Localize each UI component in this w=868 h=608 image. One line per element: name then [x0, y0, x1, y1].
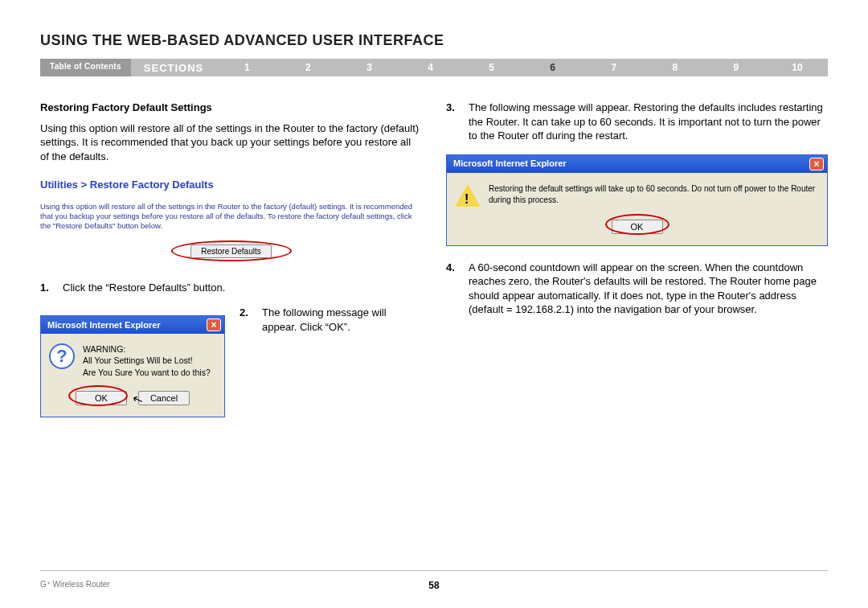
- section-link-4[interactable]: 4: [400, 62, 461, 73]
- section-link-1[interactable]: 1: [216, 62, 277, 73]
- section-link-2[interactable]: 2: [277, 62, 338, 73]
- annotation-ellipse-icon: [68, 385, 128, 406]
- section-link-5[interactable]: 5: [461, 62, 522, 73]
- dialog-message: Restoring the default settings will take…: [489, 183, 817, 205]
- restore-description: Using this option will restore all of th…: [40, 202, 422, 232]
- section-link-10[interactable]: 10: [767, 62, 828, 73]
- sections-label: SECTIONS: [131, 59, 216, 76]
- cancel-button[interactable]: Cancel: [138, 391, 190, 405]
- dialog-titlebar: Microsoft Internet Explorer ×: [41, 316, 224, 334]
- right-column: 3. The following message will appear. Re…: [446, 101, 828, 417]
- step-number: 1.: [40, 281, 63, 295]
- section-link-3[interactable]: 3: [338, 62, 399, 73]
- section-link-6[interactable]: 6: [522, 62, 583, 73]
- footer-divider: [40, 570, 828, 571]
- step-text: The following message will appear. Click…: [262, 306, 422, 334]
- dialog-line: All Your Settings Will be Lost!: [83, 355, 211, 366]
- restore-defaults-panel: Utilities > Restore Factory Defaults Usi…: [40, 178, 422, 258]
- step-text: The following message will appear. Resto…: [469, 101, 828, 143]
- dialog-title: Microsoft Internet Explorer: [453, 158, 567, 170]
- section-link-8[interactable]: 8: [645, 62, 706, 73]
- step-text: A 60-second countdown will appear on the…: [469, 261, 828, 317]
- toc-link[interactable]: Table of Contents: [40, 59, 131, 76]
- question-icon: ?: [49, 343, 75, 369]
- breadcrumb: Utilities > Restore Factory Defaults: [40, 178, 422, 192]
- warning-icon: [455, 184, 481, 207]
- close-icon[interactable]: ×: [809, 158, 824, 170]
- step-2: 2. The following message will appear. Cl…: [240, 306, 422, 334]
- left-column: Restoring Factory Default Settings Using…: [40, 101, 422, 417]
- confirm-dialog: Microsoft Internet Explorer × ? WARNING:…: [40, 315, 225, 417]
- dialog-message: WARNING: All Your Settings Will be Lost!…: [83, 343, 211, 378]
- step-number: 2.: [240, 306, 262, 334]
- step-number: 4.: [446, 261, 469, 317]
- page-title: USING THE WEB-BASED ADVANCED USER INTERF…: [0, 0, 868, 59]
- section-heading: Restoring Factory Default Settings: [40, 101, 422, 115]
- section-link-9[interactable]: 9: [706, 62, 767, 73]
- section-number-list: 1 2 3 4 5 6 7 8 9 10: [216, 59, 828, 76]
- page-footer: G⁺ Wireless Router 58: [40, 580, 828, 589]
- step-3: 3. The following message will appear. Re…: [446, 101, 828, 143]
- dialog-titlebar: Microsoft Internet Explorer ×: [447, 155, 827, 173]
- section-link-7[interactable]: 7: [583, 62, 645, 73]
- step-number: 3.: [446, 101, 469, 143]
- section-nav-bar: Table of Contents SECTIONS 1 2 3 4 5 6 7…: [40, 59, 828, 76]
- info-dialog: Microsoft Internet Explorer × Restoring …: [446, 154, 828, 246]
- intro-paragraph: Using this option will restore all of th…: [40, 121, 422, 164]
- step-4: 4. A 60-second countdown will appear on …: [446, 261, 828, 317]
- close-icon[interactable]: ×: [207, 318, 221, 331]
- footer-product-name: G⁺ Wireless Router: [40, 580, 110, 589]
- restore-defaults-button[interactable]: Restore Defaults: [190, 244, 271, 258]
- annotation-ellipse-icon: [605, 214, 669, 235]
- step-text: Click the “Restore Defaults” button.: [63, 281, 422, 295]
- dialog-line: Are You Sure You want to do this?: [83, 367, 211, 378]
- step-1: 1. Click the “Restore Defaults” button.: [40, 281, 422, 295]
- dialog-line: WARNING:: [83, 343, 211, 355]
- page-number: 58: [428, 580, 439, 591]
- dialog-title: Microsoft Internet Explorer: [47, 319, 161, 331]
